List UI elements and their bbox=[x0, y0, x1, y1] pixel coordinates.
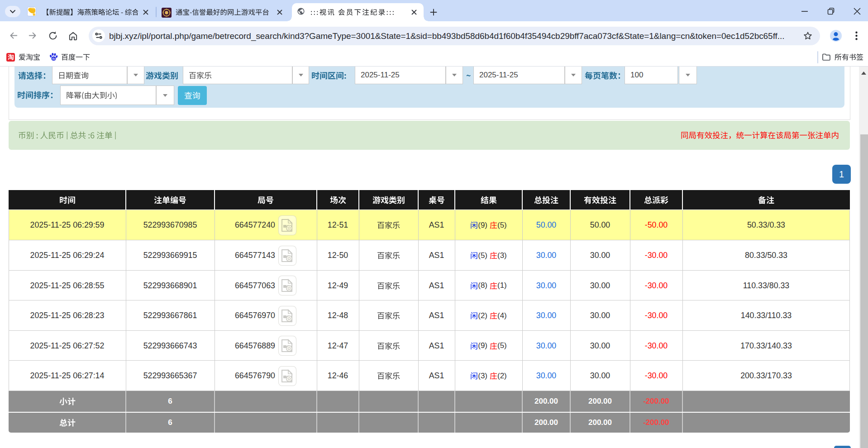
svg-text:du: du bbox=[52, 57, 56, 60]
